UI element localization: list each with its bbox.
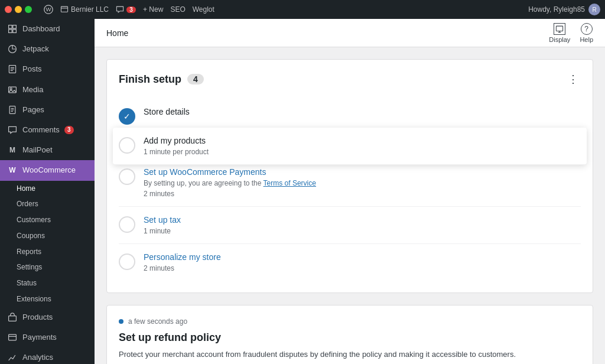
page-title: Home	[106, 28, 128, 38]
notif-description: Protect your merchant account from fraud…	[119, 349, 581, 360]
tax-time: 1 minute	[144, 227, 581, 235]
svg-rect-5	[9, 30, 12, 33]
sidebar-item-woo-status[interactable]: Status	[17, 275, 95, 291]
layout: Dashboard Jetpack Posts Media Pages	[0, 19, 605, 364]
admin-bar: W Bernier LLC 3 + New SEO Weglot Howdy, …	[0, 0, 605, 19]
sidebar-item-woocommerce[interactable]: W WooCommerce	[0, 160, 95, 180]
personalize-time: 2 minutes	[144, 264, 581, 272]
sidebar-item-posts[interactable]: Posts	[0, 59, 95, 79]
notif-title: Set up refund policy	[119, 332, 581, 344]
sidebar-item-woo-settings[interactable]: Settings	[17, 259, 95, 275]
svg-rect-9	[9, 87, 17, 93]
sidebar-item-woo-reports[interactable]: Reports	[17, 244, 95, 260]
setup-item-add-products: Add my products 1 minute per product	[113, 128, 587, 165]
store-details-label: Store details	[144, 107, 581, 116]
pages-icon	[7, 105, 18, 115]
svg-rect-6	[13, 30, 17, 33]
woo-payments-link[interactable]: Set up WooCommerce Payments	[144, 167, 266, 177]
check-todo-personalize	[119, 254, 135, 270]
wp-logo[interactable]: W	[44, 5, 53, 14]
site-name[interactable]: Bernier LLC	[60, 5, 109, 14]
personalize-content: Personalize my store 2 minutes	[144, 252, 581, 272]
add-products-time: 1 minute per product	[144, 148, 581, 156]
sidebar-item-products[interactable]: Products	[0, 307, 95, 327]
setup-count: 4	[187, 74, 204, 84]
media-icon	[7, 84, 18, 95]
notification-card: a few seconds ago Set up refund policy P…	[106, 305, 593, 364]
svg-rect-12	[9, 316, 17, 321]
notif-time: a few seconds ago	[128, 317, 187, 326]
personalize-link[interactable]: Personalize my store	[144, 252, 221, 262]
analytics-icon	[7, 352, 18, 363]
comments-icon	[7, 125, 18, 135]
sidebar-item-woo-extensions[interactable]: Extensions	[17, 291, 95, 307]
posts-icon	[7, 64, 18, 74]
avatar[interactable]: R	[588, 4, 600, 15]
woo-submenu: Home Orders Customers Coupons Reports Se…	[0, 181, 95, 307]
svg-rect-3	[9, 25, 12, 29]
tax-content: Set up tax 1 minute	[144, 215, 581, 235]
woo-payments-label[interactable]: Set up WooCommerce Payments	[144, 167, 581, 177]
toolbar-actions: Display ? Help	[549, 23, 593, 43]
maximize-button[interactable]	[25, 6, 32, 13]
store-details-content: Store details	[144, 107, 581, 119]
sidebar-item-woo-customers[interactable]: Customers	[17, 212, 95, 228]
weglot-bar-item[interactable]: Weglot	[193, 5, 214, 14]
terms-of-service-link[interactable]: Terms of Service	[264, 179, 316, 187]
svg-rect-22	[557, 26, 563, 31]
content-area: Finish setup 4 ⋮ ✓ Store details	[95, 47, 605, 364]
howdy-text: Howdy, Ryleigh85	[528, 5, 585, 14]
sidebar-item-analytics[interactable]: Analytics	[0, 347, 95, 364]
payments-icon	[7, 332, 18, 343]
comments-bar-item[interactable]: 3	[116, 5, 136, 14]
svg-rect-4	[13, 25, 17, 29]
woo-payments-time: 2 minutes	[144, 190, 581, 198]
sidebar: Dashboard Jetpack Posts Media Pages	[0, 19, 95, 364]
sidebar-item-dashboard[interactable]: Dashboard	[0, 19, 95, 39]
sidebar-item-media[interactable]: Media	[0, 80, 95, 100]
minimize-button[interactable]	[15, 6, 22, 13]
personalize-label[interactable]: Personalize my store	[144, 252, 581, 262]
sidebar-item-pages[interactable]: Pages	[0, 100, 95, 120]
sidebar-item-woo-coupons[interactable]: Coupons	[17, 228, 95, 244]
close-button[interactable]	[5, 6, 12, 13]
products-icon	[7, 312, 18, 323]
sidebar-item-woo-home[interactable]: Home	[17, 181, 95, 197]
window-controls	[5, 6, 32, 13]
tax-link[interactable]: Set up tax	[144, 215, 181, 225]
check-todo-icon	[119, 137, 135, 154]
content-toolbar: Home Display ? Help	[95, 19, 605, 47]
svg-rect-2	[61, 6, 67, 12]
sidebar-item-mailpoet[interactable]: M MailPoet	[0, 140, 95, 160]
display-button[interactable]: Display	[549, 23, 570, 43]
tax-label[interactable]: Set up tax	[144, 215, 581, 225]
notif-dot	[119, 319, 123, 324]
help-button[interactable]: ? Help	[580, 23, 593, 43]
setup-item-woo-payments: Set up WooCommerce Payments By setting u…	[119, 159, 581, 207]
setup-card: Finish setup 4 ⋮ ✓ Store details	[106, 59, 593, 293]
seo-bar-item[interactable]: SEO	[170, 5, 185, 14]
woo-payments-content: Set up WooCommerce Payments By setting u…	[144, 167, 581, 198]
check-todo-woo-payments	[119, 168, 135, 185]
setup-item-tax: Set up tax 1 minute	[119, 207, 581, 244]
sidebar-item-woo-orders[interactable]: Orders	[17, 196, 95, 212]
more-options-button[interactable]: ⋮	[565, 72, 581, 87]
new-bar-item[interactable]: + New	[143, 5, 163, 14]
sidebar-item-comments[interactable]: Comments 3	[0, 120, 95, 140]
setup-header: Finish setup 4 ⋮	[119, 72, 581, 87]
display-icon	[554, 23, 565, 35]
setup-item-personalize: Personalize my store 2 minutes	[119, 244, 581, 281]
sidebar-item-jetpack[interactable]: Jetpack	[0, 39, 95, 59]
setup-title: Finish setup 4	[119, 73, 204, 86]
sidebar-item-payments[interactable]: Payments	[0, 327, 95, 347]
check-todo-tax	[119, 216, 135, 233]
dashboard-icon	[7, 24, 18, 34]
main-content: Home Display ? Help Fi	[95, 19, 605, 364]
woo-payments-subtitle: By setting up, you are agreeing to the T…	[144, 179, 581, 187]
add-products-content: Add my products 1 minute per product	[144, 136, 581, 156]
add-products-label: Add my products	[144, 136, 581, 145]
howdy-section: Howdy, Ryleigh85 R	[528, 4, 600, 15]
svg-text:W: W	[45, 6, 51, 12]
help-icon: ?	[581, 23, 593, 35]
check-done-icon: ✓	[119, 108, 135, 125]
